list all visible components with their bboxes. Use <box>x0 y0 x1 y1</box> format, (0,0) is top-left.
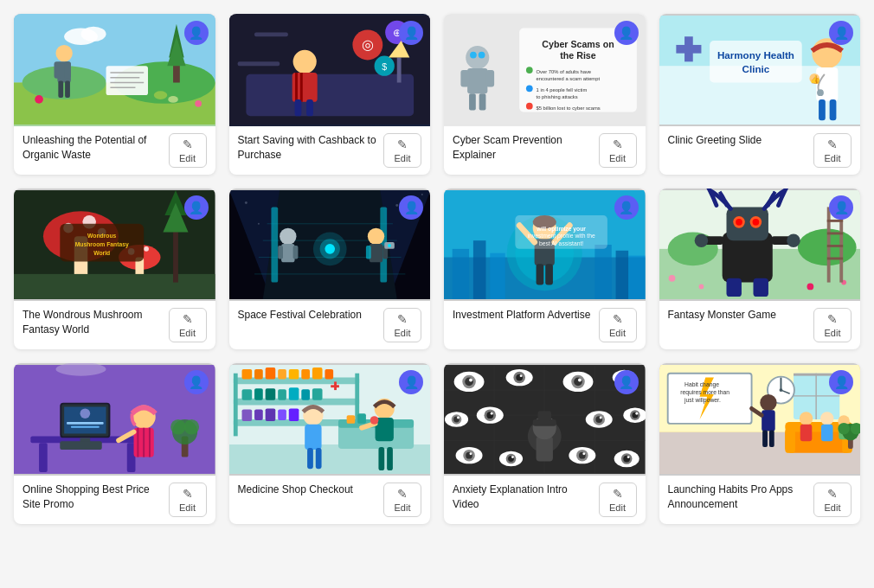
edit-button-anxiety[interactable]: ✎ Edit <box>599 483 637 517</box>
svg-point-270 <box>457 417 459 419</box>
svg-rect-86 <box>14 274 215 299</box>
card-title-monster: Fantasy Monster Game <box>668 308 807 323</box>
svg-text:◎: ◎ <box>361 37 373 52</box>
edit-icon: ✎ <box>397 487 408 501</box>
edit-icon: ✎ <box>613 487 623 501</box>
svg-text:Habit change: Habit change <box>684 381 719 388</box>
svg-point-315 <box>760 394 776 411</box>
card-title-organic: Unleashing the Potential of Organic Wast… <box>22 133 162 163</box>
svg-rect-105 <box>271 207 278 282</box>
svg-rect-319 <box>768 431 774 447</box>
avatar-badge: 👤 <box>184 21 209 45</box>
card-cashback: 👤 ◎ ⊕ $ <box>229 14 431 175</box>
edit-label: Edit <box>395 502 411 513</box>
svg-point-20 <box>154 91 168 99</box>
svg-rect-219 <box>254 409 263 420</box>
edit-icon: ✎ <box>397 312 408 326</box>
avatar-badge: 👤 <box>184 195 209 220</box>
edit-icon: ✎ <box>827 312 838 326</box>
svg-point-254 <box>469 379 472 382</box>
card-body: Clinic Greeting Slide ✎ Edit <box>659 126 861 175</box>
svg-point-43 <box>466 46 489 69</box>
svg-rect-238 <box>331 385 339 387</box>
svg-point-168 <box>694 233 708 247</box>
edit-button-organic[interactable]: ✎ Edit <box>169 133 207 168</box>
svg-rect-201 <box>233 374 237 437</box>
svg-text:to phishing attacks: to phishing attacks <box>537 94 578 99</box>
svg-rect-316 <box>762 410 775 431</box>
svg-rect-250 <box>538 411 552 421</box>
cards-grid: 👤 <box>14 14 860 524</box>
card-fantasy-monster: 👤 <box>659 189 861 349</box>
svg-rect-72 <box>819 99 826 120</box>
svg-rect-132 <box>628 256 645 299</box>
edit-button-mushroom[interactable]: ✎ Edit <box>169 308 207 342</box>
svg-rect-327 <box>820 425 832 441</box>
svg-rect-175 <box>39 443 48 472</box>
svg-text:will optimize your: will optimize your <box>536 226 586 233</box>
svg-rect-211 <box>241 389 252 400</box>
card-cyber-scam: 👤 Cyber Scams on <box>444 14 646 175</box>
svg-point-50 <box>479 52 485 59</box>
thumbnail-shopping: 👤 <box>14 363 215 476</box>
edit-button-investment[interactable]: ✎ Edit <box>599 308 637 342</box>
edit-button-cashback[interactable]: ✎ Edit <box>383 133 421 168</box>
thumbnail-medicine: 👤 <box>229 363 431 476</box>
edit-button-habits[interactable]: ✎ Edit <box>813 483 852 517</box>
svg-point-22 <box>35 95 43 104</box>
avatar-badge: 👤 <box>399 195 423 220</box>
card-body: Start Saving with Cashback to Purchase ✎… <box>229 126 431 175</box>
edit-icon: ✎ <box>183 312 193 326</box>
svg-point-194 <box>170 419 185 434</box>
edit-label: Edit <box>179 153 196 163</box>
edit-button-medicine[interactable]: ✎ Edit <box>383 483 421 517</box>
svg-point-290 <box>511 456 514 458</box>
svg-point-111 <box>280 228 296 245</box>
edit-label: Edit <box>179 328 196 338</box>
svg-point-54 <box>526 67 533 74</box>
edit-label: Edit <box>825 328 841 338</box>
svg-text:just willpower.: just willpower. <box>684 397 721 404</box>
avatar-badge: 👤 <box>399 370 423 394</box>
svg-rect-114 <box>292 246 298 259</box>
svg-rect-40 <box>396 57 401 82</box>
svg-point-262 <box>578 379 582 382</box>
edit-icon: ✎ <box>613 137 623 151</box>
svg-rect-322 <box>785 428 795 453</box>
svg-rect-119 <box>369 244 382 262</box>
svg-point-85 <box>144 246 149 252</box>
card-title-shopping: Online Shopping Best Price Site Promo <box>22 483 162 512</box>
svg-rect-113 <box>278 246 283 259</box>
svg-rect-247 <box>537 436 553 461</box>
svg-point-49 <box>470 52 477 59</box>
svg-rect-46 <box>485 70 494 86</box>
edit-button-clinic[interactable]: ✎ Edit <box>813 133 852 168</box>
edit-button-monster[interactable]: ✎ Edit <box>813 308 852 342</box>
svg-text:👍: 👍 <box>810 74 821 85</box>
svg-rect-25 <box>246 74 414 116</box>
edit-button-space[interactable]: ✎ Edit <box>383 308 421 342</box>
avatar-badge: 👤 <box>614 21 639 45</box>
avatar-badge: 👤 <box>829 195 853 220</box>
thumbnail-investment: 👤 <box>444 189 646 301</box>
card-title-cyber: Cyber Scam Prevention Explainer <box>453 133 592 163</box>
card-mushroom-world: 👤 <box>14 189 215 349</box>
svg-rect-161 <box>726 207 768 240</box>
thumbnail-cashback: 👤 ◎ ⊕ $ <box>229 14 431 126</box>
svg-rect-170 <box>726 278 741 297</box>
svg-point-332 <box>838 423 850 435</box>
svg-rect-222 <box>288 408 299 421</box>
card-body: Launching Habits Pro Apps Announcement ✎… <box>659 476 861 524</box>
card-title-clinic: Clinic Greeting Slide <box>668 133 807 148</box>
svg-rect-66 <box>710 41 802 82</box>
svg-point-282 <box>635 412 638 415</box>
edit-button-shopping[interactable]: ✎ Edit <box>169 483 207 517</box>
svg-rect-18 <box>58 81 63 98</box>
card-anxiety: 👤 <box>444 363 646 524</box>
edit-label: Edit <box>609 153 626 163</box>
svg-point-8 <box>81 27 106 42</box>
svg-point-57 <box>526 85 533 92</box>
svg-text:Harmony Health: Harmony Health <box>717 49 794 61</box>
svg-rect-217 <box>312 388 322 400</box>
edit-button-cyber[interactable]: ✎ Edit <box>599 133 637 168</box>
